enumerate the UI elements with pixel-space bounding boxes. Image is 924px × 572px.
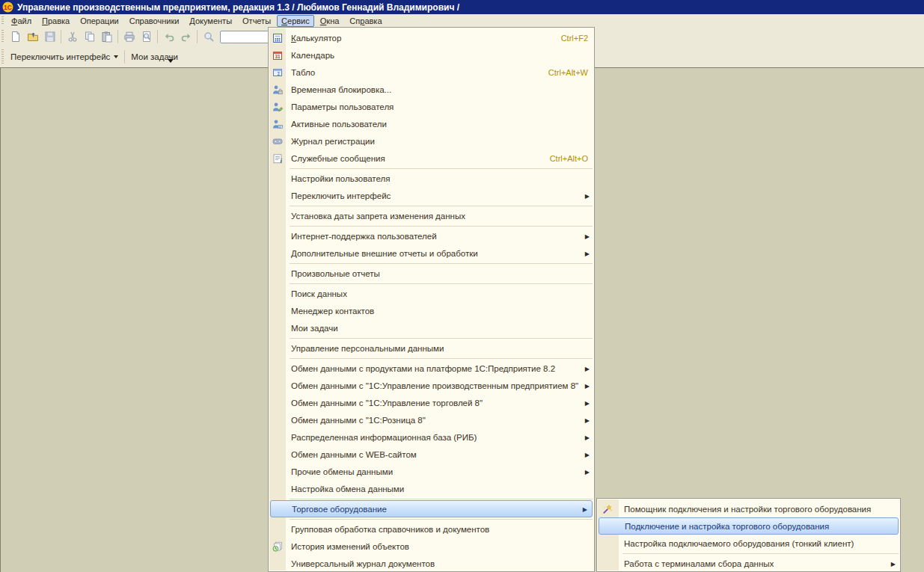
menu-item[interactable]: Прочие обмены данными▶ — [269, 463, 594, 480]
submenu-arrow-icon: ▶ — [585, 365, 590, 372]
toolbar-divider — [197, 30, 198, 43]
redo-icon — [180, 31, 192, 43]
menu-item-label: Мои задачи — [291, 324, 338, 333]
menu-item[interactable]: Торговое оборудование▶ — [270, 500, 593, 517]
menu-item[interactable]: Установка даты запрета изменения данных — [269, 207, 594, 224]
print-button[interactable] — [120, 28, 138, 45]
icon-slot — [271, 209, 284, 222]
open-button[interactable] — [24, 28, 41, 45]
trade-equipment-submenu-items: Помощник подключения и настройки торгово… — [597, 500, 900, 572]
menu-item[interactable]: Временная блокировка... — [269, 81, 594, 98]
new-document-button[interactable] — [7, 28, 24, 45]
cut-icon — [67, 31, 79, 43]
menu-item[interactable]: Интернет-поддержка пользователей▶ — [269, 227, 594, 245]
icon-slot — [271, 482, 284, 495]
icon-slot — [271, 413, 284, 426]
menu-item[interactable]: Универсальный журнал документов — [269, 555, 594, 572]
menu-item[interactable]: Журнал регистрации — [269, 132, 594, 150]
menu-item[interactable]: КалькуляторCtrl+F2 — [269, 29, 594, 46]
menu-item-label: Активные пользователи — [291, 120, 387, 129]
menu-item[interactable]: Управление персональными данными — [269, 339, 594, 357]
menubar-item-отчеты[interactable]: Отчеты — [238, 15, 275, 27]
menu-item[interactable]: Настройка обмена данными — [269, 480, 594, 497]
menu-item[interactable]: Обмен данными с "1С:Управление торговлей… — [269, 394, 594, 411]
menu-item[interactable]: 31Календарь — [269, 46, 594, 64]
menubar-item-документы[interactable]: Документы — [185, 15, 236, 27]
menu-item-label: Дополнительные внешние отчеты и обработк… — [291, 249, 478, 258]
toolbar-grip[interactable] — [1, 30, 4, 43]
menu-item[interactable]: Работа с терминалами сбора данных▶ — [597, 555, 900, 572]
menubar-item-операции[interactable]: Операции — [76, 15, 123, 27]
menu-item[interactable]: Активные пользователи — [269, 115, 594, 132]
submenu-arrow-icon: ▶ — [585, 468, 590, 475]
copy-button[interactable] — [81, 28, 98, 45]
switch-interface-button[interactable]: Переключить интерфейс — [7, 51, 122, 63]
menu-item[interactable]: Обмен данными с WEB-сайтом▶ — [269, 446, 594, 463]
menu-item[interactable]: ΣТаблоCtrl+Alt+W — [269, 64, 594, 81]
save-button[interactable] — [41, 28, 58, 45]
menubar-item-окна[interactable]: Окна — [316, 15, 344, 27]
object-history-icon — [271, 540, 284, 553]
menu-item[interactable]: Подключение и настройка торгового оборуд… — [599, 517, 899, 535]
menu-item-label: Служебные сообщения — [291, 154, 385, 163]
icon-slot — [271, 396, 284, 409]
menu-item[interactable]: Параметры пользователя — [269, 98, 594, 115]
icon-slot — [603, 520, 616, 533]
menu-item[interactable]: Групповая обработка справочников и докум… — [269, 520, 594, 538]
menubar-item-правка[interactable]: Правка — [37, 15, 74, 27]
shortcut-label: Ctrl+Alt+W — [548, 68, 588, 77]
menubar-item-справка[interactable]: Справка — [345, 15, 386, 27]
menu-item[interactable]: Мои задачи — [269, 319, 594, 336]
find-button[interactable] — [200, 28, 217, 45]
menu-item-label: Обмен данными с продуктами на платформе … — [291, 364, 555, 373]
toolbar-grip[interactable] — [1, 16, 4, 25]
copy-icon — [84, 31, 96, 43]
menu-item[interactable]: Обмен данными с "1С:Управление производс… — [269, 377, 594, 394]
menu-item-label: Настройка обмена данными — [291, 485, 404, 493]
menu-item[interactable]: Настройка подключаемого оборудования (то… — [597, 535, 900, 552]
menu-item[interactable]: Обмен данными с "1С:Розница 8"▶ — [269, 411, 594, 428]
menu-item[interactable]: Распределенная информационная база (РИБ)… — [269, 428, 594, 446]
toolbar-overflow-chevron-icon[interactable] — [168, 59, 174, 63]
switch-interface-label: Переключить интерфейс — [10, 52, 110, 61]
menu-bar-items: ФайлПравкаОперацииСправочникиДокументыОт… — [7, 15, 388, 27]
menubar-item-сервис[interactable]: Сервис — [277, 15, 314, 27]
calendar-icon: 31 — [271, 49, 284, 61]
submenu-arrow-icon: ▶ — [585, 399, 590, 406]
my-tasks-button[interactable]: Мои задачи — [127, 51, 182, 63]
menu-item[interactable]: iСлужебные сообщенияCtrl+Alt+O — [269, 150, 594, 167]
print-preview-button[interactable] — [138, 28, 155, 45]
menu-item[interactable]: Менеджер контактов — [269, 302, 594, 319]
menu-item[interactable]: Произвольные отчеты — [269, 265, 594, 282]
toolbar-grip[interactable] — [1, 49, 4, 64]
menu-item[interactable]: Помощник подключения и настройки торгово… — [597, 500, 900, 517]
paste-button[interactable] — [98, 28, 115, 45]
user-settings-icon — [271, 100, 284, 113]
menu-item[interactable]: История изменений объектов — [269, 538, 594, 555]
menu-item-label: История изменений объектов — [291, 542, 409, 551]
menu-item[interactable]: Переключить интерфейс▶ — [269, 187, 594, 204]
menubar-item-файл[interactable]: Файл — [7, 15, 36, 27]
icon-slot — [271, 342, 284, 354]
application-window: { "window": { "title": "Управление произ… — [0, 0, 924, 572]
menu-item-label: Табло — [291, 68, 315, 77]
cut-button[interactable] — [64, 28, 81, 45]
redo-button[interactable] — [177, 28, 195, 45]
menu-item[interactable]: Обмен данными с продуктами на платформе … — [269, 360, 594, 377]
menu-item[interactable]: Дополнительные внешние отчеты и обработк… — [269, 245, 594, 262]
submenu-arrow-icon: ▶ — [585, 382, 590, 389]
menu-item[interactable]: Поиск данных — [269, 285, 594, 302]
submenu-arrow-icon: ▶ — [585, 250, 590, 256]
icon-slot — [271, 557, 284, 570]
menu-item-label: Интернет-поддержка пользователей — [291, 232, 437, 241]
menu-item-label: Переключить интерфейс — [291, 191, 391, 200]
calculator-icon — [271, 31, 284, 44]
svg-text:i: i — [280, 157, 282, 164]
menu-item[interactable]: Настройки пользователя — [269, 170, 594, 187]
menu-item-label: Распределенная информационная база (РИБ) — [291, 433, 477, 442]
menubar-item-справочники[interactable]: Справочники — [125, 15, 184, 27]
paste-icon — [101, 31, 113, 43]
shortcut-label: Ctrl+Alt+O — [550, 154, 588, 163]
undo-button[interactable] — [160, 28, 177, 45]
icon-slot — [271, 267, 284, 280]
